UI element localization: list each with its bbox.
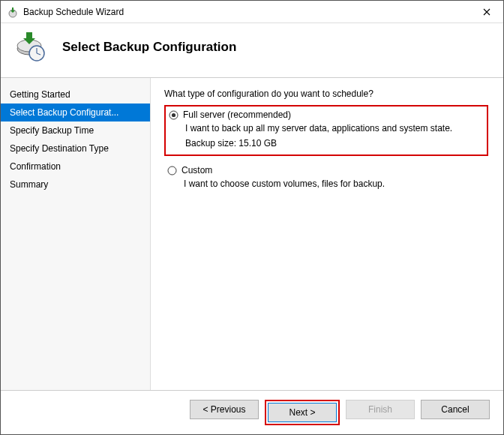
titlebar: Backup Schedule Wizard	[1, 1, 503, 23]
app-icon	[7, 6, 19, 18]
body: Getting Started Select Backup Configurat…	[1, 77, 503, 390]
option-full-server[interactable]: Full server (recommended) I want to back…	[164, 105, 488, 156]
option-custom-desc1: I want to choose custom volumes, files f…	[184, 177, 482, 190]
footer: < Previous Next > Finish Cancel	[1, 390, 503, 434]
option-full-server-desc2: Backup size: 15.10 GB	[185, 136, 481, 150]
svg-point-8	[168, 166, 176, 175]
sidebar-item-summary[interactable]: Summary	[1, 176, 150, 194]
radio-custom[interactable]	[167, 166, 177, 176]
sidebar-item-getting-started[interactable]: Getting Started	[1, 86, 150, 104]
sidebar-item-destination-type[interactable]: Specify Destination Type	[1, 140, 150, 158]
option-custom[interactable]: Custom I want to choose custom volumes, …	[164, 162, 488, 195]
next-button-highlight: Next >	[265, 400, 340, 425]
sidebar-item-confirmation[interactable]: Confirmation	[1, 158, 150, 176]
sidebar-item-select-config[interactable]: Select Backup Configurat...	[1, 104, 150, 122]
content-area: What type of configuration do you want t…	[151, 78, 503, 390]
option-full-server-label: Full server (recommended)	[183, 110, 291, 120]
radio-full-server[interactable]	[169, 110, 178, 120]
svg-point-7	[172, 112, 176, 116]
option-custom-label: Custom	[182, 165, 212, 176]
header: Select Backup Configuration	[1, 23, 503, 77]
option-full-server-desc1: I want to back up all my server data, ap…	[185, 122, 481, 135]
finish-button: Finish	[346, 400, 415, 419]
close-button[interactable]	[470, 1, 503, 22]
page-title: Select Backup Configuration	[62, 40, 236, 55]
wizard-window: Backup Schedule Wizard Select Backup Con…	[0, 0, 504, 435]
next-button[interactable]: Next >	[268, 403, 337, 422]
config-question: What type of configuration do you want t…	[164, 88, 488, 99]
titlebar-text: Backup Schedule Wizard	[23, 7, 470, 17]
previous-button[interactable]: < Previous	[190, 400, 259, 419]
wizard-icon	[14, 31, 47, 64]
step-sidebar: Getting Started Select Backup Configurat…	[1, 78, 151, 390]
cancel-button[interactable]: Cancel	[421, 400, 490, 419]
sidebar-item-backup-time[interactable]: Specify Backup Time	[1, 122, 150, 140]
